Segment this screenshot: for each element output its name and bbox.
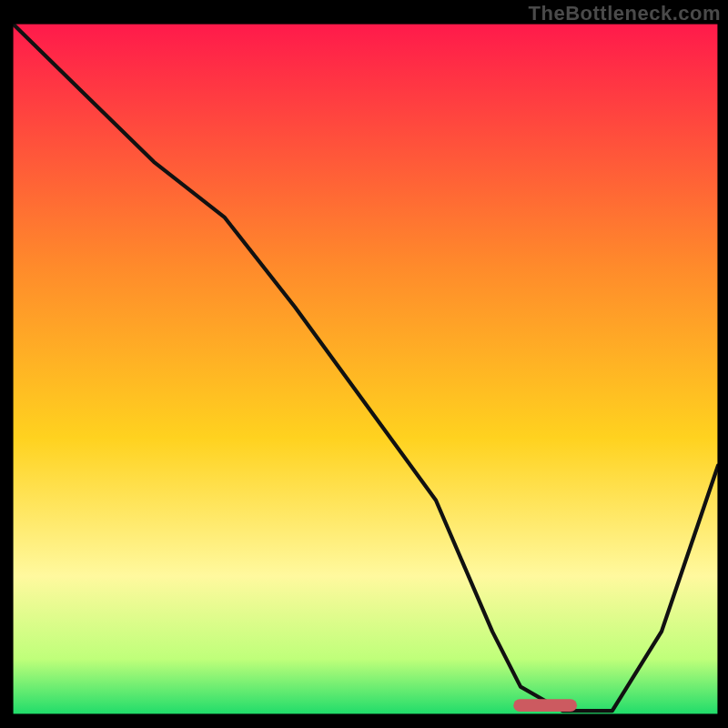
optimum-marker: [513, 699, 577, 712]
watermark-text: TheBottleneck.com: [529, 2, 721, 25]
bottleneck-plot: [13, 24, 718, 714]
chart-stage: TheBottleneck.com: [0, 0, 728, 728]
